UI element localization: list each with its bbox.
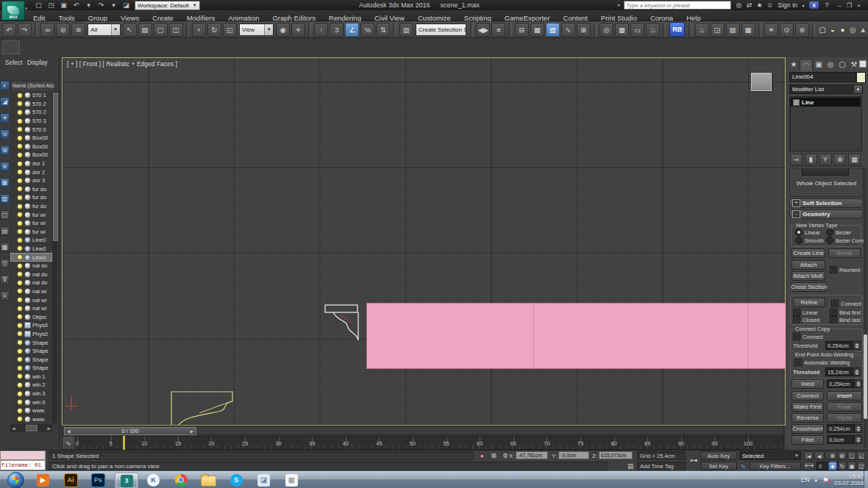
display-xrefs-icon[interactable]: ▧ (0, 194, 10, 204)
select-and-move-icon[interactable]: + (192, 23, 206, 37)
render-production-icon[interactable]: ♨ (646, 23, 660, 37)
new-key-curve-icon[interactable]: ∿ (738, 462, 748, 470)
z-coordinate-field[interactable]: 615,073cm (599, 451, 633, 459)
connect-copy-checkbox[interactable]: Connect (793, 333, 823, 340)
time-tag-icon[interactable]: ▤ (625, 462, 636, 470)
list-item[interactable]: Line0 (10, 236, 52, 245)
linear-checkbox[interactable]: Linear (793, 309, 818, 316)
video-camera-icon[interactable]: ⊛ (795, 23, 809, 37)
restore-button[interactable]: ❐ (844, 1, 854, 9)
visibility-bulb-icon[interactable] (17, 399, 23, 405)
visibility-bulb-icon[interactable] (17, 271, 23, 277)
previous-frame-icon[interactable]: ◀| (814, 451, 825, 460)
weld-button[interactable]: Weld (791, 379, 824, 389)
exchange-download-icon[interactable]: ⇄ (744, 1, 755, 9)
spinner-arrows-icon[interactable] (853, 341, 861, 350)
list-item[interactable]: dor 1 (10, 159, 52, 168)
visibility-bulb-icon[interactable] (17, 416, 23, 422)
make-first-button[interactable]: Make First (791, 402, 824, 412)
light-lister-icon[interactable]: ☀ (764, 23, 778, 37)
help-icon[interactable]: ? (822, 1, 832, 9)
list-item[interactable]: Phys0 (10, 330, 52, 339)
checkbox-icon[interactable] (793, 333, 800, 340)
visibility-bulb-icon[interactable] (17, 314, 23, 320)
select-object-icon[interactable]: ↖ (123, 23, 137, 37)
unlink-selection-icon[interactable]: ⊘ (56, 23, 70, 37)
orbit-icon[interactable]: ↻ (838, 462, 847, 470)
visibility-bulb-icon[interactable] (17, 391, 23, 397)
cross-section-button[interactable]: Cross Section (791, 282, 827, 292)
explorer-menu-select[interactable]: Select (5, 59, 23, 66)
y-coordinate-field[interactable]: -0,0cm (558, 451, 589, 459)
make-unique-icon[interactable]: Y (819, 154, 832, 165)
visibility-bulb-icon[interactable] (17, 204, 23, 209)
percent-snap-icon[interactable]: % (360, 23, 374, 37)
list-item[interactable]: Shape (10, 364, 52, 373)
tab-display[interactable]: ▢ (836, 59, 848, 70)
notepad[interactable]: ▤ (280, 473, 302, 487)
rollout-geometry[interactable]: - Geometry (789, 209, 863, 219)
viewport-front[interactable]: [ + ] [ Front ] [ Realistic + Edged Face… (62, 57, 786, 426)
visibility-bulb-icon[interactable] (17, 254, 23, 260)
checkbox-icon[interactable] (794, 359, 802, 366)
maxscript-listener-macro-line[interactable] (0, 451, 46, 460)
current-frame-marker[interactable] (123, 436, 125, 450)
visibility-bulb-icon[interactable] (17, 306, 23, 312)
object-color-swatch[interactable] (856, 72, 866, 83)
tab-utilities[interactable]: ⚒ (848, 59, 860, 70)
list-item[interactable]: Line0 (10, 253, 52, 262)
camera-icon[interactable]: ⊙ (780, 23, 794, 37)
previous-key-icon[interactable]: ◀ (67, 428, 71, 434)
zoom-icon[interactable]: ⊕ (828, 451, 837, 460)
tab-create[interactable]: ★ (788, 59, 800, 70)
radio-icon[interactable] (826, 237, 833, 244)
list-item[interactable]: fur do (10, 202, 52, 211)
list-item[interactable]: www. (10, 406, 52, 415)
schematic-view-icon[interactable]: ⊞ (577, 23, 591, 37)
panel-menu-icon[interactable] (859, 60, 867, 68)
visibility-bulb-icon[interactable] (17, 161, 23, 167)
corona-scatter-icon[interactable]: ▦ (741, 23, 755, 37)
list-item[interactable]: Shape (10, 355, 52, 364)
radio-linear[interactable]: Linear (795, 229, 820, 236)
project-folder-icon[interactable]: ◪ (121, 1, 132, 10)
fuse-button[interactable]: Fuse (827, 402, 862, 412)
select-by-name-icon[interactable]: ▤ (138, 23, 152, 37)
start-button[interactable] (4, 473, 26, 487)
checkbox-icon[interactable] (793, 309, 800, 316)
list-item[interactable]: fur wi (10, 219, 52, 228)
select-and-link-icon[interactable]: ∞ (40, 23, 54, 37)
selection-filter-dropdown[interactable]: All▼ (88, 24, 120, 36)
command-panel-scrollbar[interactable] (864, 168, 867, 448)
visibility-bulb-icon[interactable] (17, 280, 23, 286)
close-button[interactable]: × (854, 1, 864, 9)
visibility-bulb-icon[interactable] (17, 152, 23, 158)
use-pivot-center-icon[interactable]: ◉ (276, 23, 290, 37)
walk-through-icon[interactable]: ◫ (857, 462, 866, 470)
fillet-button[interactable]: Fillet (791, 435, 824, 445)
rendered-frame-icon[interactable]: ▭ (630, 23, 644, 37)
stack-item-line[interactable]: Line (791, 98, 861, 107)
list-item[interactable]: fur do (10, 193, 52, 202)
application-menu-button[interactable]: MAX (1, 1, 25, 21)
selection-lock-icon[interactable]: ⊠ (488, 451, 499, 460)
visibility-bulb-icon[interactable] (17, 297, 23, 303)
isolate-selection-icon[interactable]: ● (477, 451, 487, 460)
render-setup-icon[interactable]: ▩ (615, 23, 629, 37)
visibility-bulb-icon[interactable] (17, 237, 23, 243)
keyboard-override-icon[interactable]: ↑ (314, 23, 328, 37)
list-item[interactable]: 570 2 (10, 100, 52, 109)
filter-combo-icon[interactable]: ⊽ (0, 275, 10, 284)
scrollbar-thumb[interactable] (864, 334, 867, 419)
visibility-bulb-icon[interactable] (17, 118, 23, 124)
radio-bezier-corner[interactable]: Bezier Corner (826, 237, 867, 244)
layer-manager-icon[interactable]: ⊟ (515, 23, 529, 37)
visibility-bulb-icon[interactable] (17, 373, 23, 379)
list-item[interactable]: win 2 (10, 381, 52, 390)
scene-explorer-icon[interactable]: ▥ (546, 23, 560, 37)
modifier-stack[interactable]: Line (789, 96, 862, 151)
cycle-button[interactable]: Cycle (827, 413, 862, 423)
snap-toggle-3d-icon[interactable]: 3 (330, 23, 344, 37)
list-item[interactable]: 570 0 (10, 125, 52, 134)
list-item[interactable]: fur do (10, 185, 52, 194)
